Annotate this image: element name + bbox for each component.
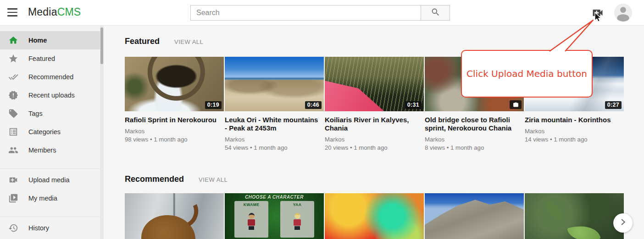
sidebar-item-my-media[interactable]: My media bbox=[0, 189, 100, 207]
media-thumbnail[interactable]: 0:19 bbox=[125, 57, 224, 111]
media-card[interactable] bbox=[325, 193, 424, 239]
sidebar-item-label: Members bbox=[28, 147, 56, 154]
search-button[interactable] bbox=[421, 5, 450, 20]
sidebar-scrollbar[interactable] bbox=[100, 26, 104, 239]
media-author[interactable]: Markos bbox=[225, 136, 324, 143]
recommended-row: CHOOSE A CHARACTERKWAMEYAASelectedSelect bbox=[125, 193, 624, 239]
media-meta: 8 views • 1 month ago bbox=[425, 144, 524, 151]
media-card[interactable]: CHOOSE A CHARACTERKWAMEYAASelectedSelect bbox=[225, 193, 324, 239]
sidebar-item-label: History bbox=[28, 224, 49, 232]
sidebar-item-featured[interactable]: Featured bbox=[0, 49, 100, 68]
scrollbar-thumb[interactable] bbox=[100, 27, 103, 64]
videocam-plus-icon bbox=[8, 175, 18, 185]
annotation-text: Click Upload Media button bbox=[466, 68, 587, 79]
media-title[interactable]: Ziria mountain - Korinthos bbox=[525, 116, 624, 124]
media-meta: 98 views • 1 month ago bbox=[125, 136, 224, 143]
top-bar: MediaCMS bbox=[0, 0, 644, 26]
app-logo[interactable]: MediaCMS bbox=[28, 6, 81, 18]
media-title[interactable]: Leuka Ori - White mountains - Peak at 24… bbox=[225, 116, 324, 132]
media-meta: 54 views • 1 month ago bbox=[225, 144, 324, 151]
featured-section-header: Featured VIEW ALL bbox=[125, 37, 203, 46]
members-icon bbox=[8, 145, 18, 155]
carousel-next-button[interactable] bbox=[613, 213, 633, 233]
search-input[interactable] bbox=[191, 5, 421, 20]
view-all-link-featured[interactable]: VIEW ALL bbox=[174, 38, 203, 45]
sidebar-item-recent-uploads[interactable]: Recent uploads bbox=[0, 86, 100, 104]
media-thumbnail[interactable] bbox=[425, 193, 524, 239]
media-meta: 14 views • 1 month ago bbox=[525, 136, 624, 143]
menu-icon[interactable] bbox=[7, 8, 18, 17]
person-icon bbox=[614, 15, 632, 22]
sidebar-item-upload-media[interactable]: Upload media bbox=[0, 171, 100, 189]
media-thumbnail[interactable]: 0:46 bbox=[225, 57, 324, 111]
media-card[interactable] bbox=[125, 193, 224, 239]
sidebar-item-history[interactable]: History bbox=[0, 219, 100, 237]
duration-badge: 0:31 bbox=[405, 101, 422, 109]
sidebar-item-members[interactable]: Members bbox=[0, 141, 100, 159]
categories-icon bbox=[8, 127, 18, 137]
media-author[interactable]: Markos bbox=[425, 136, 524, 143]
user-avatar[interactable] bbox=[614, 4, 632, 22]
media-title[interactable]: Old bridge close to Rafioli sprint, Nero… bbox=[425, 116, 524, 132]
star-icon bbox=[8, 54, 18, 64]
tag-icon bbox=[8, 109, 18, 119]
sidebar-item-label: My media bbox=[28, 195, 57, 202]
sidebar-item-label: Home bbox=[28, 37, 47, 44]
video-library-icon bbox=[8, 193, 18, 203]
media-author[interactable]: Markos bbox=[325, 136, 424, 143]
search-bar bbox=[190, 5, 450, 21]
media-thumbnail[interactable] bbox=[125, 193, 224, 239]
home-icon bbox=[8, 35, 18, 45]
media-card[interactable] bbox=[425, 193, 524, 239]
double-check-icon bbox=[8, 72, 18, 82]
game-character-sprite bbox=[293, 213, 301, 230]
game-character-panel: YAA bbox=[280, 201, 314, 238]
media-thumbnail[interactable] bbox=[525, 193, 624, 239]
media-author[interactable]: Markos bbox=[125, 128, 224, 135]
duration-badge: 0:46 bbox=[305, 101, 322, 109]
media-author[interactable]: Markos bbox=[525, 128, 624, 135]
sidebar-item-label: Featured bbox=[28, 55, 55, 62]
media-card[interactable]: 0:46Leuka Ori - White mountains - Peak a… bbox=[225, 57, 324, 151]
view-all-link-recommended[interactable]: VIEW ALL bbox=[199, 176, 228, 183]
game-character-sprite bbox=[247, 213, 255, 230]
duration-badge: 0:27 bbox=[605, 101, 622, 109]
media-thumbnail[interactable]: CHOOSE A CHARACTERKWAMEYAASelectedSelect bbox=[225, 193, 324, 239]
annotation-callout: Click Upload Media button bbox=[461, 50, 593, 98]
sidebar-item-label: Categories bbox=[28, 128, 61, 136]
sidebar-divider bbox=[0, 168, 100, 169]
logo-text-media: Media bbox=[28, 6, 57, 18]
media-card[interactable]: 0:19Rafioli Sprint in NerokourouMarkos98… bbox=[125, 57, 224, 151]
media-meta: 20 views • 1 month ago bbox=[325, 144, 424, 151]
history-icon bbox=[8, 223, 18, 233]
game-screen-title: CHOOSE A CHARACTER bbox=[225, 195, 324, 200]
sidebar-item-categories[interactable]: Categories bbox=[0, 123, 100, 141]
magnifier-icon bbox=[431, 7, 440, 19]
media-title[interactable]: Koiliaris River in Kalyves, Chania bbox=[325, 116, 424, 132]
logo-text-cms: CMS bbox=[57, 6, 81, 18]
sidebar-item-tags[interactable]: Tags bbox=[0, 104, 100, 123]
sidebar: HomeFeaturedRecommendedRecent uploadsTag… bbox=[0, 26, 100, 239]
videocam-plus-icon bbox=[591, 13, 604, 21]
sidebar-item-recommended[interactable]: Recommended bbox=[0, 68, 100, 86]
game-character-name: YAA bbox=[280, 202, 314, 207]
media-card[interactable] bbox=[525, 193, 624, 239]
sidebar-item-label: Recommended bbox=[28, 73, 73, 81]
chevron-right-icon bbox=[618, 217, 628, 229]
section-title-recommended: Recommended bbox=[125, 174, 184, 184]
sidebar-item-home[interactable]: Home bbox=[0, 31, 100, 49]
recommended-section-header: Recommended VIEW ALL bbox=[125, 174, 228, 184]
media-thumbnail[interactable] bbox=[325, 193, 424, 239]
sidebar-item-label: Upload media bbox=[28, 176, 69, 184]
game-character-panel: KWAME bbox=[234, 201, 268, 238]
duration-badge: 0:19 bbox=[205, 101, 222, 109]
game-character-name: KWAME bbox=[234, 202, 268, 207]
media-title[interactable]: Rafioli Sprint in Nerokourou bbox=[125, 116, 224, 124]
upload-media-button[interactable] bbox=[591, 6, 604, 19]
sidebar-item-label: Recent uploads bbox=[28, 92, 75, 99]
section-title-featured: Featured bbox=[125, 37, 160, 46]
media-card[interactable]: 0:31Koiliaris River in Kalyves, ChaniaMa… bbox=[325, 57, 424, 151]
new-releases-icon bbox=[8, 90, 18, 100]
sidebar-divider bbox=[0, 217, 100, 217]
media-thumbnail[interactable]: 0:31 bbox=[325, 57, 424, 111]
